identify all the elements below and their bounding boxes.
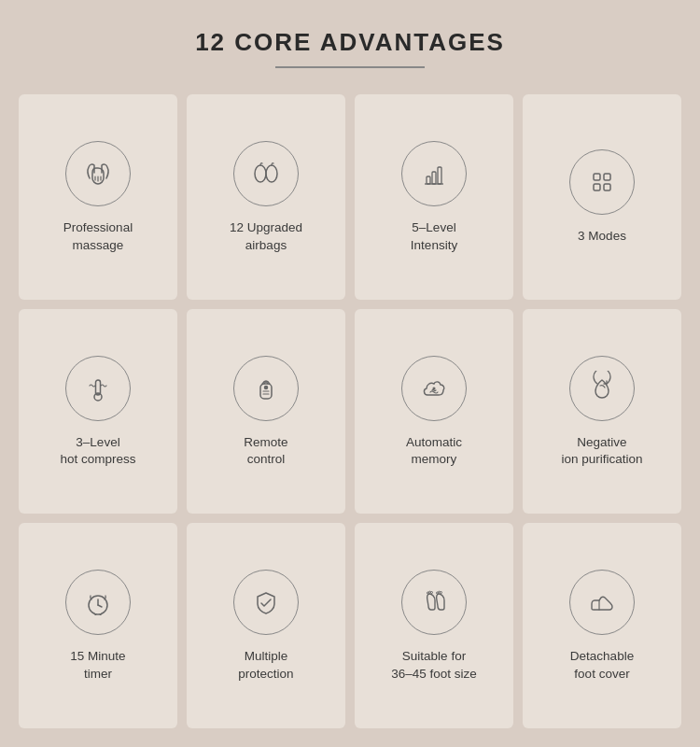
upgraded-airbags-icon <box>233 141 299 206</box>
item-intensity: 5–LevelIntensity <box>355 94 513 300</box>
svg-rect-12 <box>604 184 610 190</box>
item-label: 3–Levelhot compress <box>60 434 135 470</box>
item-label: Detachablefoot cover <box>570 648 634 684</box>
item-foot-cover: Detachablefoot cover <box>523 523 681 728</box>
intensity-icon <box>401 141 467 206</box>
foot-size-icon <box>401 570 467 635</box>
item-remote-control: Remotecontrol <box>187 309 345 514</box>
auto-memory-icon <box>401 356 467 421</box>
item-hot-compress: 3–Levelhot compress <box>19 309 177 514</box>
item-label: 5–LevelIntensity <box>411 219 457 255</box>
svg-point-20 <box>433 388 435 389</box>
item-label: Suitable for36–45 foot size <box>391 648 477 684</box>
svg-rect-10 <box>604 174 610 180</box>
item-ion-purification: Negativeion purification <box>523 309 681 514</box>
title-divider <box>275 66 425 68</box>
svg-rect-5 <box>427 176 430 184</box>
modes-icon <box>569 149 635 215</box>
svg-point-4 <box>266 165 277 182</box>
item-label: Automaticmemory <box>406 434 462 470</box>
item-label: Professionalmassage <box>63 219 133 255</box>
advantages-grid: Professionalmassage 12 Upgradedairbags <box>19 94 681 728</box>
title-section: 12 CORE ADVANTAGES <box>19 28 681 87</box>
item-professional-massage: Professionalmassage <box>19 94 177 300</box>
svg-point-3 <box>255 165 266 182</box>
page-title: 12 CORE ADVANTAGES <box>19 28 681 57</box>
item-label: Multipleprotection <box>238 648 293 684</box>
ion-purification-icon <box>569 356 635 421</box>
svg-line-23 <box>98 605 102 607</box>
svg-rect-6 <box>432 172 436 184</box>
svg-rect-9 <box>594 174 600 180</box>
item-foot-size: Suitable for36–45 foot size <box>355 523 513 728</box>
item-protection: Multipleprotection <box>187 523 345 728</box>
svg-rect-11 <box>594 184 600 190</box>
svg-point-26 <box>431 592 433 594</box>
item-label: 15 Minutetimer <box>70 648 125 684</box>
item-modes: 3 Modes <box>523 94 681 300</box>
professional-massage-icon <box>65 141 131 206</box>
remote-control-icon <box>233 356 299 421</box>
hot-compress-icon <box>65 356 131 421</box>
svg-rect-7 <box>438 167 441 184</box>
item-upgraded-airbags: 12 Upgradedairbags <box>187 94 345 300</box>
protection-icon <box>233 570 299 635</box>
item-label: 12 Upgradedairbags <box>230 219 302 255</box>
item-timer: 15 Minutetimer <box>19 523 177 728</box>
svg-point-17 <box>265 386 268 388</box>
item-label: 3 Modes <box>578 228 626 246</box>
item-label: Negativeion purification <box>561 434 642 470</box>
item-label: Remotecontrol <box>244 434 287 470</box>
timer-icon <box>65 570 131 635</box>
item-auto-memory: Automaticmemory <box>355 309 513 514</box>
svg-point-29 <box>441 592 442 594</box>
foot-cover-icon <box>569 570 635 635</box>
